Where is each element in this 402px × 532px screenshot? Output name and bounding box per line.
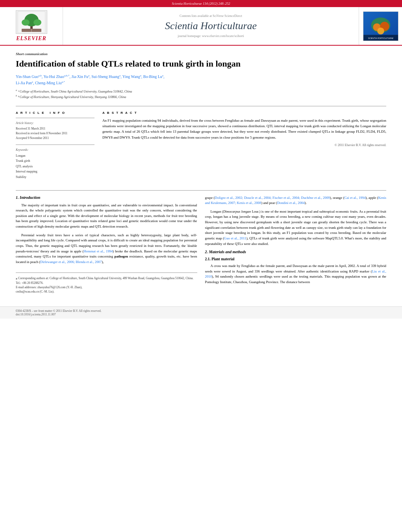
article-info-column: A R T I C L E I N F O Article history: R… xyxy=(16,111,94,184)
article-info-section-label: A R T I C L E I N F O xyxy=(16,111,94,115)
article-history-box: Article history: Received 31 March 2011 … xyxy=(16,118,94,141)
doi-line: doi:10.1016/j.scienta.2011.11.007 xyxy=(16,313,56,316)
authors-line: Yin-Shan Guoa,b, Yu-Hui Zhaoa,b,*, Jia-X… xyxy=(16,74,386,87)
abstract-section-label: A B S T R A C T xyxy=(102,111,386,115)
keywords-label: Keywords: xyxy=(16,148,94,152)
affiliations: a ᵃ College of Horticulture, South China… xyxy=(16,89,386,99)
keyword-pathogen: pathogen xyxy=(115,254,128,258)
article-dates: Received 31 March 2011 Received in revis… xyxy=(16,126,94,141)
article-info-abstract-row: A R T I C L E I N F O Article history: R… xyxy=(16,106,386,184)
keyword-trunk: Trunk girth xyxy=(16,158,94,164)
issn-line: 0304-4238/$ – see front matter © 2011 El… xyxy=(16,309,102,313)
intro-right-continuation: grape (Doligez et al., 2002; Doucle et a… xyxy=(205,195,387,206)
article-title: Identification of stable QTLs related to… xyxy=(16,58,386,70)
footnote-section: ⁎ Corresponding authors at: College of H… xyxy=(16,272,197,294)
journal-thumbnail-section: SCIENTIA HORTICULTURAE xyxy=(359,7,402,45)
footnote-corr-author: ⁎ Corresponding authors at: College of H… xyxy=(16,276,197,280)
keyword-longan: Longan xyxy=(16,153,94,159)
section2-1-text: A cross was made by Fengliduo as the fem… xyxy=(205,263,387,285)
received-revised-date: Received in revised form 8 November 2011 xyxy=(16,131,94,136)
ref-doligez[interactable]: Doligez et al., 2002; Doucle et al., 200… xyxy=(215,196,330,200)
ref-guo[interactable]: Guo et al., 2011 xyxy=(224,236,246,240)
svg-point-3 xyxy=(22,19,30,26)
journal-header: ELSEVIER Contents lists available at Sci… xyxy=(0,7,402,46)
abstract-text: An F1 mapping population containing 94 i… xyxy=(102,118,386,141)
journal-citation-bar: Scientia Horticulturae 134 (2012) 248–25… xyxy=(0,0,402,7)
bottom-bar: 0304-4238/$ – see front matter © 2011 El… xyxy=(0,306,402,319)
section2-1-heading: 2.1. Plant material xyxy=(205,257,387,261)
keyword-interval: Interval mapping xyxy=(16,169,94,174)
journal-title: Scientia Horticulturae xyxy=(165,20,257,32)
ref-liu[interactable]: Liu et al., 2010 xyxy=(205,269,387,279)
keyword-stability: Stability xyxy=(16,174,94,180)
ref-cai[interactable]: Cai et al., 1994 xyxy=(344,196,365,200)
journal-title-section: Contents lists available at SciVerse Sci… xyxy=(63,7,359,45)
received-date: Received 31 March 2011 xyxy=(16,126,94,131)
svg-text:SCIENTIA HORTICULTURAE: SCIENTIA HORTICULTURAE xyxy=(368,37,393,39)
intro-right-longan: Longan (Dimocarpus longan Lour.) is one … xyxy=(205,209,387,247)
intro-para2: Perennial woody fruit trees have a serie… xyxy=(16,233,197,265)
journal-cover-thumbnail: SCIENTIA HORTICULTURAE xyxy=(363,11,398,41)
sciverse-link[interactable]: Contents lists available at SciVerse Sci… xyxy=(180,14,242,18)
copyright-line: © 2011 Elsevier B.V. All rights reserved… xyxy=(102,143,386,147)
journal-citation: Scientia Horticulturae 134 (2012) 248–25… xyxy=(172,2,230,6)
journal-homepage[interactable]: journal homepage: www.elsevier.com/locat… xyxy=(178,34,244,38)
elsevier-wordmark: ELSEVIER xyxy=(16,35,46,42)
elsevier-logo: ELSEVIER xyxy=(16,10,47,42)
article-type: Short communication xyxy=(16,52,386,56)
footnote-email2[interactable]: cmliu@scau.edu.cn (C.-M. Liu). xyxy=(16,289,197,294)
body-right-column: grape (Doligez et al., 2002; Doucle et a… xyxy=(205,195,387,294)
footnote-tel: Tel.: +86 20 85288276. xyxy=(16,281,197,285)
ref-dirlewanger[interactable]: Dirlewanger et al., 2006; Blenda et al.,… xyxy=(40,260,102,264)
footnote-email1[interactable]: E-mail addresses: zhaoyuhui76@126.com (Y… xyxy=(16,285,197,289)
body-content: 1. Introduction The majority of importan… xyxy=(16,190,386,294)
elsevier-logo-section: ELSEVIER xyxy=(0,7,63,45)
svg-point-4 xyxy=(33,19,41,26)
ref-dondini[interactable]: Dondini et al., 2004 xyxy=(277,201,305,205)
article-history-label: Article history: xyxy=(16,121,94,125)
accepted-date: Accepted 9 November 2011 xyxy=(16,136,94,141)
abstract-column: A B S T R A C T An F1 mapping population… xyxy=(102,111,386,184)
svg-point-11 xyxy=(377,27,384,34)
keywords-box: Keywords: Longan Trunk girth QTL analysi… xyxy=(16,145,94,180)
elsevier-logo-image xyxy=(16,10,47,34)
main-content: Short communication Identification of st… xyxy=(0,46,402,300)
body-left-column: 1. Introduction The majority of importan… xyxy=(16,195,197,294)
ref-hemmat[interactable]: Hemmat et al., 1994 xyxy=(84,249,113,253)
keyword-qtl: QTL analysis xyxy=(16,164,94,169)
section1-heading: 1. Introduction xyxy=(16,195,197,200)
keywords-list: Longan Trunk girth QTL analysis Interval… xyxy=(16,153,94,180)
intro-para1: The majority of important traits in frui… xyxy=(16,203,197,230)
section2-heading: 2. Materials and methods xyxy=(205,250,387,254)
